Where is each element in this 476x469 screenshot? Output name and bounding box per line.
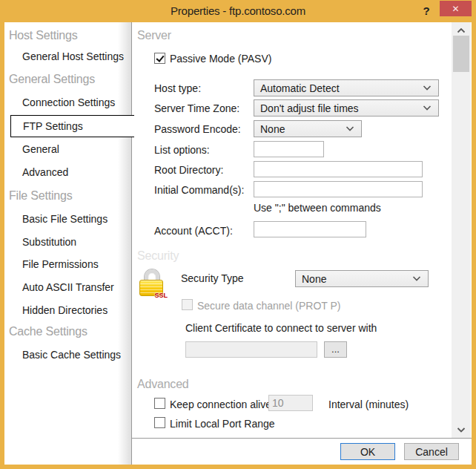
- ssl-badge: SSL: [154, 292, 168, 299]
- window-title: Properties - ftp.contoso.com: [0, 0, 476, 21]
- security-type-select[interactable]: None: [295, 270, 429, 287]
- chevron-down-icon: [423, 105, 432, 111]
- security-type-value: None: [302, 273, 326, 285]
- sidebar-item-substitution[interactable]: Substitution: [22, 236, 76, 248]
- keep-connection-alive-label: Keep connection alive: [170, 399, 271, 410]
- browse-certificate-button[interactable]: ...: [324, 341, 347, 358]
- sidebar-item-general-host-settings[interactable]: General Host Settings: [22, 50, 124, 62]
- chevron-down-icon: [412, 276, 421, 281]
- properties-dialog: Properties - ftp.contoso.com ? ✕ Host Se…: [0, 0, 476, 469]
- list-options-label: List options:: [154, 144, 210, 156]
- close-button[interactable]: ✕: [440, 1, 472, 16]
- titlebar[interactable]: Properties - ftp.contoso.com ? ✕: [0, 0, 476, 22]
- help-button[interactable]: ?: [418, 2, 434, 19]
- limit-local-port-range-checkbox[interactable]: [154, 417, 165, 428]
- sidebar-item-general[interactable]: General: [22, 143, 59, 155]
- advanced-section-header: Advanced: [137, 378, 189, 391]
- cancel-button[interactable]: Cancel: [404, 443, 459, 460]
- chevron-down-icon: [346, 126, 354, 131]
- root-directory-input[interactable]: [254, 161, 423, 177]
- passive-mode-checkbox[interactable]: [154, 53, 165, 64]
- limit-local-port-range-label: Limit Local Port Range: [170, 418, 275, 430]
- list-options-input[interactable]: [254, 141, 324, 157]
- sidebar-header-host-settings: Host Settings: [9, 29, 78, 42]
- sidebar-header-general-settings: General Settings: [9, 73, 95, 86]
- host-type-select[interactable]: Automatic Detect: [254, 79, 439, 96]
- scrollbar-thumb[interactable]: [453, 36, 469, 72]
- client-certificate-label: Client Certificate to connect to server …: [185, 322, 377, 334]
- passive-mode-label: Passive Mode (PASV): [170, 53, 271, 65]
- password-encode-value: None: [260, 123, 285, 135]
- keep-alive-interval-input: [268, 395, 313, 411]
- sidebar-item-basic-file-settings[interactable]: Basic File Settings: [22, 213, 108, 225]
- account-input[interactable]: [254, 221, 366, 237]
- scroll-down-button[interactable]: [452, 424, 471, 435]
- client-certificate-input: [185, 341, 317, 358]
- chevron-up-icon: [457, 28, 466, 33]
- close-icon: ✕: [452, 4, 459, 14]
- sidebar-item-connection-settings[interactable]: Connection Settings: [22, 96, 115, 108]
- prot-p-label: Secure data channel (PROT P): [197, 300, 341, 312]
- root-directory-label: Root Directory:: [154, 164, 223, 176]
- prot-p-checkbox: [182, 299, 193, 310]
- panel-divider: [132, 438, 472, 439]
- ssl-lock-icon: SSL: [138, 269, 168, 301]
- server-section-header: Server: [137, 29, 171, 42]
- chevron-down-icon: [457, 427, 466, 433]
- initial-commands-hint: Use ";" between commands: [254, 202, 381, 214]
- dialog-client-area: Host Settings General Host Settings Gene…: [4, 22, 472, 465]
- security-section-header: Security: [137, 249, 179, 263]
- sidebar-item-hidden-directories[interactable]: Hidden Directories: [22, 304, 108, 316]
- initial-commands-label: Initial Command(s):: [154, 184, 244, 196]
- sidebar-item-auto-ascii-transfer[interactable]: Auto ASCII Transfer: [22, 281, 114, 293]
- host-type-value: Automatic Detect: [260, 82, 340, 94]
- initial-commands-input[interactable]: [254, 181, 423, 197]
- sidebar: Host Settings General Host Settings Gene…: [4, 22, 132, 465]
- sidebar-header-cache-settings: Cache Settings: [9, 325, 87, 338]
- sidebar-item-basic-cache-settings[interactable]: Basic Cache Settings: [22, 349, 121, 361]
- sidebar-item-advanced[interactable]: Advanced: [22, 166, 68, 178]
- sidebar-item-ftp-settings-selected[interactable]: FTP Settings: [10, 115, 134, 137]
- keep-connection-alive-checkbox[interactable]: [154, 398, 165, 409]
- interval-minutes-label: Interval (minutes): [328, 399, 409, 410]
- scroll-up-button[interactable]: [452, 25, 471, 36]
- sidebar-header-file-settings: File Settings: [9, 189, 72, 203]
- account-label: Account (ACCT):: [154, 225, 233, 237]
- server-time-zone-label: Server Time Zone:: [154, 102, 239, 114]
- ok-button[interactable]: OK: [340, 443, 395, 460]
- server-time-zone-select[interactable]: Don't adjust file times: [254, 99, 439, 117]
- host-type-label: Host type:: [154, 82, 201, 94]
- chevron-down-icon: [423, 85, 432, 91]
- sidebar-item-file-permissions[interactable]: File Permissions: [22, 258, 99, 270]
- security-type-label: Security Type: [181, 272, 244, 284]
- server-time-zone-value: Don't adjust file times: [260, 102, 359, 114]
- scrollbar[interactable]: [452, 22, 471, 438]
- password-encode-select[interactable]: None: [254, 120, 362, 137]
- password-encode-label: Password Encode:: [154, 123, 241, 135]
